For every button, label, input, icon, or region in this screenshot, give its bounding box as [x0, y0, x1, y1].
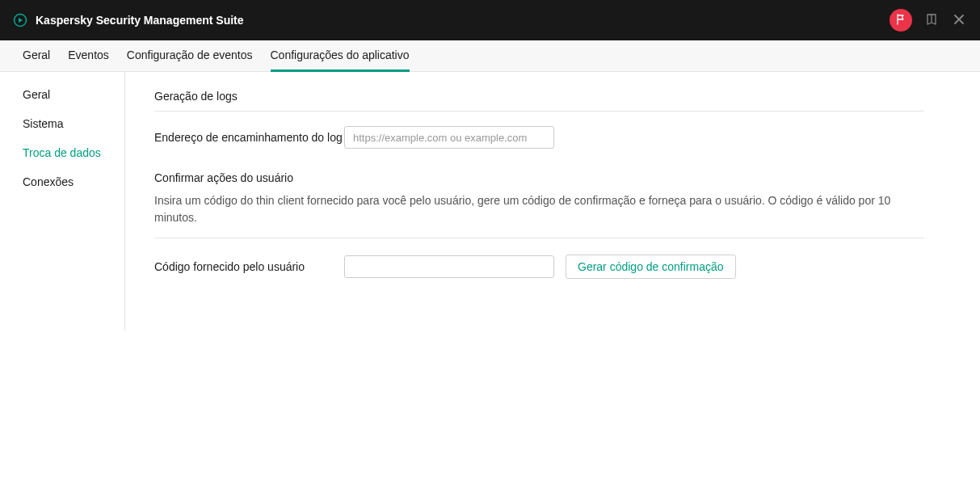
app-title: Kaspersky Security Management Suite — [36, 14, 244, 27]
logs-section-title: Geração de logs — [154, 90, 924, 112]
tab-events[interactable]: Eventos — [68, 40, 109, 72]
bookmark-icon — [925, 13, 938, 28]
sidebar-item-data-exchange[interactable]: Troca de dados — [0, 138, 124, 167]
header-left: Kaspersky Security Management Suite — [13, 13, 244, 27]
log-forward-input[interactable] — [344, 126, 554, 149]
confirm-code-row: Código fornecido pelo usuário Gerar códi… — [154, 255, 924, 279]
tab-general[interactable]: Geral — [23, 40, 50, 72]
content-wrap: Geral Sistema Troca de dados Conexões Ge… — [0, 72, 980, 331]
confirm-code-label: Código fornecido pelo usuário — [154, 260, 344, 273]
confirm-divider — [154, 238, 924, 238]
close-icon — [953, 14, 965, 27]
header-right — [890, 9, 967, 32]
bookmark-button[interactable] — [923, 12, 940, 28]
main-content: Geração de logs Endereço de encaminhamen… — [125, 72, 953, 331]
confirm-section: Confirmar ações do usuário Insira um cód… — [154, 171, 924, 279]
confirm-code-input[interactable] — [344, 255, 554, 278]
log-forward-row: Endereço de encaminhamento do log — [154, 126, 924, 149]
app-header: Kaspersky Security Management Suite — [0, 0, 980, 40]
app-logo-icon — [13, 13, 27, 27]
confirm-section-title: Confirmar ações do usuário — [154, 171, 924, 192]
log-forward-label: Endereço de encaminhamento do log — [154, 131, 344, 144]
tab-event-config[interactable]: Configuração de eventos — [127, 40, 253, 72]
sidebar: Geral Sistema Troca de dados Conexões — [0, 72, 125, 331]
tabs-bar: Geral Eventos Configuração de eventos Co… — [0, 40, 980, 72]
sidebar-item-connections[interactable]: Conexões — [0, 167, 124, 196]
generate-code-button[interactable]: Gerar código de confirmação — [566, 255, 736, 279]
sidebar-item-general[interactable]: Geral — [0, 80, 124, 109]
sidebar-item-system[interactable]: Sistema — [0, 109, 124, 138]
confirm-description: Insira um código do thin client fornecid… — [154, 192, 924, 226]
close-button[interactable] — [951, 12, 967, 28]
tab-app-config[interactable]: Configurações do aplicativo — [271, 40, 410, 72]
flag-icon — [895, 14, 906, 27]
flag-button[interactable] — [890, 9, 912, 32]
